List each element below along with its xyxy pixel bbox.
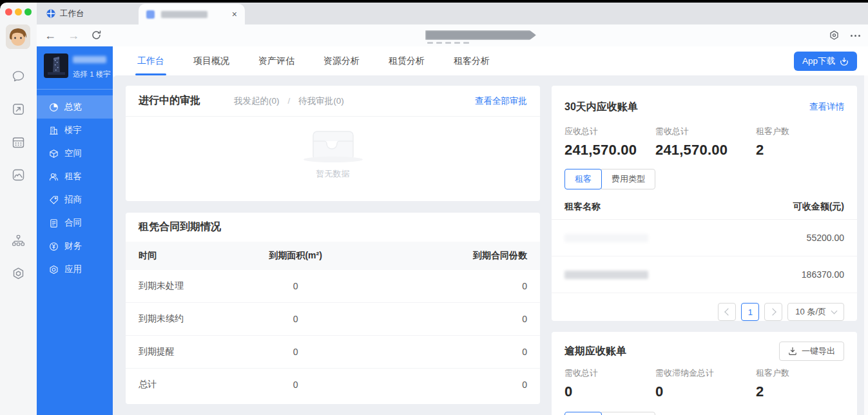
reload-icon xyxy=(91,30,102,41)
col-count: 到期合同份数 xyxy=(349,250,540,262)
next-page-button[interactable] xyxy=(764,303,782,321)
pinned-app-label-text: 工作台 xyxy=(60,8,84,19)
tab-workbench[interactable]: 工作台 xyxy=(137,46,164,75)
page-size-select[interactable]: 10 条/页 xyxy=(787,303,844,321)
view-all-approvals-link[interactable]: 查看全部审批 xyxy=(475,95,527,107)
row-label: 到期提醒 xyxy=(126,346,242,358)
sidebar-item-apps[interactable]: 应用 xyxy=(37,258,113,281)
approvals-initiated[interactable]: 我发起的(0) xyxy=(234,95,280,107)
stat-late-fee-total: 需收滞纳金总计 0 xyxy=(655,367,756,400)
stat-value: 2 xyxy=(756,142,789,159)
sidebar-item-label: 租客 xyxy=(64,171,82,182)
sidebar-item-leasing[interactable]: 招商 xyxy=(37,188,113,211)
minimize-window-button[interactable] xyxy=(15,8,22,15)
view-detail-link[interactable]: 查看详情 xyxy=(809,101,844,113)
overdue-tab-group: 租客 费用类型 xyxy=(564,412,844,415)
approvals-divider: / xyxy=(288,96,291,106)
stat-label: 需收总计 xyxy=(655,126,756,137)
share-icon[interactable] xyxy=(12,102,25,116)
download-icon xyxy=(840,57,849,66)
amount-cell: 186370.00 xyxy=(802,269,844,280)
contract-expiry-card: 租凭合同到期情况 时间 到期面积(m²) 到期合同份数 到期未处理 0 0 xyxy=(126,213,540,404)
back-button[interactable]: ← xyxy=(44,28,56,43)
chat-icon[interactable] xyxy=(12,70,25,83)
tag-icon xyxy=(49,195,59,205)
chevron-right-icon xyxy=(769,308,776,315)
contract-expiry-title: 租凭合同到期情况 xyxy=(139,220,221,234)
tab-lease-analysis[interactable]: 租赁分析 xyxy=(389,46,425,75)
tab-close-icon[interactable]: × xyxy=(232,10,237,19)
close-window-button[interactable] xyxy=(5,8,12,15)
overdue-header: 逾期应收账单 一键导出 xyxy=(552,332,857,361)
prev-page-button[interactable] xyxy=(718,303,736,321)
stat-value: 2 xyxy=(756,383,789,400)
approvals-pending[interactable]: 待我审批(0) xyxy=(298,95,344,107)
page-1-button[interactable]: 1 xyxy=(741,303,759,321)
receivables-header: 30天内应收账单 查看详情 xyxy=(552,86,857,121)
browser-tab[interactable]: × xyxy=(139,4,245,24)
overdue-title: 逾期应收账单 xyxy=(564,345,626,358)
tab-fee-type[interactable]: 费用类型 xyxy=(601,412,655,415)
tab-tenant[interactable]: 租客 xyxy=(564,412,602,415)
calendar-icon[interactable] xyxy=(12,135,25,149)
tab-fee-type[interactable]: 费用类型 xyxy=(601,169,655,189)
approvals-header: 进行中的审批 我发起的(0) / 待我审批(0) 查看全部审批 xyxy=(126,86,540,117)
row-count: 0 xyxy=(349,281,540,291)
left-column: 进行中的审批 我发起的(0) / 待我审批(0) 查看全部审批 xyxy=(126,86,540,415)
tab-tenant-analysis[interactable]: 租客分析 xyxy=(454,46,490,75)
tab-project-overview[interactable]: 项目概况 xyxy=(193,46,229,75)
sidebar-item-buildings[interactable]: 楼宇 xyxy=(37,119,113,142)
user-avatar[interactable] xyxy=(6,24,30,49)
building-selector[interactable]: 选择 1 楼宇 xyxy=(73,70,117,79)
reload-button[interactable] xyxy=(91,30,102,44)
stat-tenant-count: 租客户数 2 xyxy=(756,126,789,159)
dashboard-content: 进行中的审批 我发起的(0) / 待我审批(0) 查看全部审批 xyxy=(113,86,868,415)
col-area: 到期面积(m²) xyxy=(242,250,349,262)
receivables-stats: 应收总计 241,570.00 需收总计 241,570.00 租客户数 2 xyxy=(552,121,857,159)
cube-icon xyxy=(49,149,59,159)
row-area: 0 xyxy=(242,281,349,291)
tab-tenant[interactable]: 租客 xyxy=(564,169,602,189)
export-button[interactable]: 一键导出 xyxy=(779,342,844,361)
avatar-image xyxy=(6,24,30,49)
apps-grid-icon[interactable] xyxy=(12,201,25,215)
sidebar-item-finance[interactable]: 财务 xyxy=(37,235,113,258)
forward-button[interactable]: → xyxy=(68,28,79,43)
zoom-window-button[interactable] xyxy=(24,8,32,15)
page-tabs: 工作台 项目概况 资产评估 资源分析 租赁分析 租客分析 xyxy=(137,46,490,75)
scrollbar-track[interactable] xyxy=(864,75,868,415)
sidebar-item-overview[interactable]: 总览 xyxy=(37,95,113,119)
project-name-redacted xyxy=(73,56,106,63)
sidebar-item-spaces[interactable]: 空间 xyxy=(37,142,113,165)
sidebar-item-tenants[interactable]: 租客 xyxy=(37,165,113,188)
browser-toolbar: ← → xyxy=(37,24,868,46)
image-icon[interactable] xyxy=(12,168,25,182)
tab-title-redacted xyxy=(161,11,207,18)
row-area: 0 xyxy=(242,347,349,357)
stat-label: 应收总计 xyxy=(564,126,655,137)
pinned-app-label[interactable]: 工作台 xyxy=(46,3,84,24)
sidebar-item-label: 空间 xyxy=(64,148,82,159)
contract-expiry-header: 租凭合同到期情况 xyxy=(126,213,540,242)
org-chart-icon[interactable] xyxy=(12,234,25,247)
extension-icon[interactable] xyxy=(828,30,840,42)
stat-value: 241,570.00 xyxy=(564,142,655,159)
app-download-button[interactable]: App下载 xyxy=(794,52,857,71)
export-download-icon xyxy=(788,347,797,356)
row-count: 0 xyxy=(349,347,540,357)
tab-resource-analysis[interactable]: 资源分析 xyxy=(323,46,360,75)
receivables-tab-group: 租客 费用类型 xyxy=(564,169,844,189)
screen: 工作台 × ← → 选 xyxy=(0,0,868,415)
row-label: 到期未处理 xyxy=(126,280,242,292)
table-row: 到期提醒 0 0 xyxy=(126,336,540,369)
stat-overdue-total: 需收总计 0 xyxy=(564,367,655,400)
package-hexagon-icon[interactable] xyxy=(12,267,25,280)
more-menu-icon[interactable] xyxy=(851,35,860,37)
app-hexagon-icon xyxy=(49,265,59,275)
receivables-30d-card: 30天内应收账单 查看详情 应收总计 241,570.00 需收总计 241,5… xyxy=(552,86,857,321)
sidebar-item-contracts[interactable]: 合同 xyxy=(37,211,113,235)
chevron-down-icon xyxy=(831,308,838,314)
tab-asset-valuation[interactable]: 资产评估 xyxy=(258,46,294,75)
pie-chart-icon xyxy=(49,102,59,112)
sidebar-item-label: 招商 xyxy=(64,194,82,206)
